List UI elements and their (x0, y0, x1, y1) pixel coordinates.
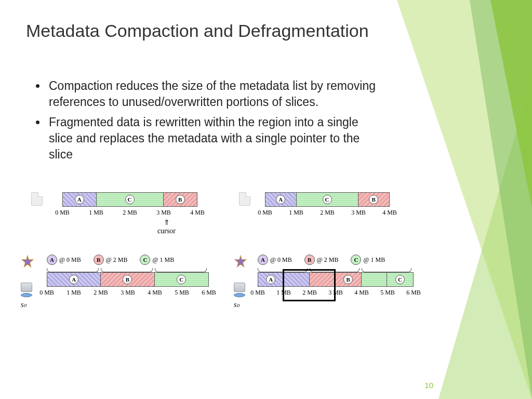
server-icon (234, 283, 248, 298)
highlight-box (283, 269, 336, 301)
server-icon (21, 283, 35, 298)
tick-label: 1 MB (66, 289, 81, 297)
block-label: C (323, 195, 332, 204)
tick-label: 3 MB (351, 209, 366, 217)
slide-title: Metadata Compaction and Defragmentation (26, 21, 369, 41)
server-label: s₀ (21, 300, 35, 309)
ptr-label: B (94, 255, 104, 265)
ptr-offset: @ 2 MB (106, 256, 128, 264)
block-label: B (123, 275, 132, 284)
cursor-label: cursor (157, 218, 176, 235)
tick-label: 2 MB (94, 289, 108, 297)
bullet-list: Compaction reduces the size of the metad… (47, 78, 379, 167)
ptr-offset: @ 1 MB (152, 256, 174, 264)
svg-marker-0 (22, 256, 33, 267)
tick-label: 6 MB (406, 289, 421, 297)
tick-label: 3 MB (121, 289, 135, 297)
server-label: s₀ (234, 300, 248, 309)
tick-label: 5 MB (175, 289, 189, 297)
block-label: C (177, 275, 186, 284)
tick-label: 0 MB (250, 289, 265, 297)
block-label: C (395, 275, 405, 284)
ptr-offset: @ 0 MB (270, 256, 292, 264)
block-label: A (69, 275, 78, 284)
block-label: B (369, 195, 378, 204)
tick-label: 2 MB (320, 209, 335, 217)
tick-label: 5 MB (380, 289, 395, 297)
tick-label: 3 MB (156, 209, 171, 217)
svg-marker-1 (235, 256, 246, 267)
star-icon (234, 255, 247, 268)
diagrams: A C B 0 MB 1 MB 2 MB 3 MB 4 MB cursor A … (21, 192, 447, 364)
block-label: C (125, 195, 135, 204)
file-icon (31, 192, 43, 206)
tick-label: 4 MB (382, 209, 397, 217)
tick-label: 1 MB (289, 209, 303, 217)
ptr-label: C (351, 255, 361, 265)
star-icon (21, 255, 34, 268)
ptr-label: A (47, 255, 57, 265)
ptr-label: C (140, 255, 150, 265)
bullet-item: Compaction reduces the size of the metad… (47, 78, 379, 110)
bg-decoration (490, 0, 532, 208)
tick-label: 6 MB (202, 289, 216, 297)
tick-label: 0 MB (39, 289, 54, 297)
page-number: 10 (424, 381, 433, 390)
ptr-offset: @ 1 MB (363, 256, 385, 264)
ptr-offset: @ 2 MB (317, 256, 339, 264)
block-label: A (266, 275, 275, 284)
ptr-offset: @ 0 MB (59, 256, 81, 264)
tick-label: 2 MB (123, 209, 137, 217)
tick-label: 1 MB (89, 209, 103, 217)
ptr-label: B (304, 255, 315, 265)
tick-label: 0 MB (258, 209, 272, 217)
ptr-label: A (258, 255, 268, 265)
tick-label: 4 MB (148, 289, 162, 297)
block-label: B (176, 195, 185, 204)
tick-label: 4 MB (354, 289, 369, 297)
block-label: A (75, 195, 84, 204)
block-label: A (276, 195, 285, 204)
bullet-item: Fragmented data is rewritten within the … (47, 114, 379, 163)
tick-label: 0 MB (55, 209, 70, 217)
file-icon (239, 192, 250, 206)
block-label: B (343, 275, 353, 284)
tick-label: 4 MB (190, 209, 205, 217)
